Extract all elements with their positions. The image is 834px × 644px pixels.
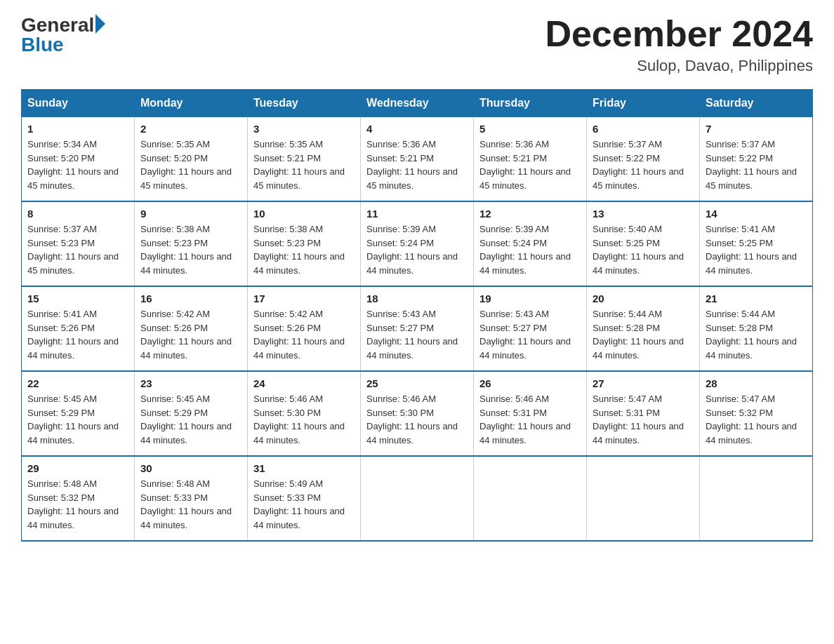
subtitle: Sulop, Davao, Philippines [545,57,813,75]
calendar-table: SundayMondayTuesdayWednesdayThursdayFrid… [21,89,813,542]
day-detail: Sunrise: 5:48 AMSunset: 5:33 PMDaylight:… [140,477,241,532]
calendar-cell: 17 Sunrise: 5:42 AMSunset: 5:26 PMDaylig… [248,286,361,371]
day-detail: Sunrise: 5:38 AMSunset: 5:23 PMDaylight:… [253,222,355,277]
calendar-week-row: 1 Sunrise: 5:34 AMSunset: 5:20 PMDayligh… [22,117,813,202]
calendar-cell: 13 Sunrise: 5:40 AMSunset: 5:25 PMDaylig… [587,201,700,286]
day-detail: Sunrise: 5:49 AMSunset: 5:33 PMDaylight:… [253,477,355,532]
day-number: 16 [140,293,241,304]
day-detail: Sunrise: 5:48 AMSunset: 5:32 PMDaylight:… [27,477,128,532]
day-number: 15 [27,293,128,304]
calendar-cell: 16 Sunrise: 5:42 AMSunset: 5:26 PMDaylig… [135,286,248,371]
day-detail: Sunrise: 5:42 AMSunset: 5:26 PMDaylight:… [140,307,241,362]
day-detail: Sunrise: 5:41 AMSunset: 5:25 PMDaylight:… [706,222,807,277]
day-detail: Sunrise: 5:47 AMSunset: 5:32 PMDaylight:… [706,392,807,447]
day-number: 2 [140,123,241,135]
day-number: 18 [366,293,468,304]
title-block: December 2024 Sulop, Davao, Philippines [545,14,813,75]
day-number: 21 [706,293,807,304]
calendar-cell: 4 Sunrise: 5:36 AMSunset: 5:21 PMDayligh… [361,117,474,202]
page-header: General Blue December 2024 Sulop, Davao,… [21,14,813,75]
calendar-week-row: 8 Sunrise: 5:37 AMSunset: 5:23 PMDayligh… [22,201,813,286]
day-detail: Sunrise: 5:47 AMSunset: 5:31 PMDaylight:… [593,392,694,447]
calendar-cell: 21 Sunrise: 5:44 AMSunset: 5:28 PMDaylig… [700,286,813,371]
day-number: 28 [706,377,807,389]
day-number: 26 [479,377,581,389]
calendar-cell: 8 Sunrise: 5:37 AMSunset: 5:23 PMDayligh… [22,201,135,286]
day-number: 13 [593,208,694,220]
day-detail: Sunrise: 5:42 AMSunset: 5:26 PMDaylight:… [253,307,355,362]
calendar-cell: 3 Sunrise: 5:35 AMSunset: 5:21 PMDayligh… [248,117,361,202]
calendar-cell: 25 Sunrise: 5:46 AMSunset: 5:30 PMDaylig… [361,371,474,456]
day-detail: Sunrise: 5:41 AMSunset: 5:26 PMDaylight:… [27,307,128,362]
day-number: 10 [253,208,355,220]
day-detail: Sunrise: 5:34 AMSunset: 5:20 PMDaylight:… [27,137,128,192]
calendar-cell [700,456,813,541]
calendar-cell: 28 Sunrise: 5:47 AMSunset: 5:32 PMDaylig… [700,371,813,456]
logo-blue-text: Blue [21,34,64,56]
day-number: 29 [27,462,128,474]
calendar-cell [361,456,474,541]
calendar-cell: 9 Sunrise: 5:38 AMSunset: 5:23 PMDayligh… [135,201,248,286]
day-detail: Sunrise: 5:37 AMSunset: 5:23 PMDaylight:… [27,222,128,277]
day-detail: Sunrise: 5:37 AMSunset: 5:22 PMDaylight:… [593,137,694,192]
day-number: 19 [479,293,581,304]
day-detail: Sunrise: 5:40 AMSunset: 5:25 PMDaylight:… [593,222,694,277]
calendar-cell: 15 Sunrise: 5:41 AMSunset: 5:26 PMDaylig… [22,286,135,371]
calendar-cell: 30 Sunrise: 5:48 AMSunset: 5:33 PMDaylig… [135,456,248,541]
calendar-week-row: 22 Sunrise: 5:45 AMSunset: 5:29 PMDaylig… [22,371,813,456]
calendar-cell: 7 Sunrise: 5:37 AMSunset: 5:22 PMDayligh… [700,117,813,202]
calendar-cell: 10 Sunrise: 5:38 AMSunset: 5:23 PMDaylig… [248,201,361,286]
calendar-cell [587,456,700,541]
calendar-week-row: 15 Sunrise: 5:41 AMSunset: 5:26 PMDaylig… [22,286,813,371]
calendar-cell: 1 Sunrise: 5:34 AMSunset: 5:20 PMDayligh… [22,117,135,202]
day-number: 23 [140,377,241,389]
day-detail: Sunrise: 5:36 AMSunset: 5:21 PMDaylight:… [366,137,468,192]
calendar-cell: 26 Sunrise: 5:46 AMSunset: 5:31 PMDaylig… [474,371,587,456]
day-detail: Sunrise: 5:43 AMSunset: 5:27 PMDaylight:… [479,307,581,362]
calendar-cell: 5 Sunrise: 5:36 AMSunset: 5:21 PMDayligh… [474,117,587,202]
calendar-day-header: Friday [587,90,700,117]
day-number: 24 [253,377,355,389]
logo-triangle-icon [95,14,105,34]
calendar-cell: 24 Sunrise: 5:46 AMSunset: 5:30 PMDaylig… [248,371,361,456]
day-number: 25 [366,377,468,389]
day-number: 22 [27,377,128,389]
calendar-cell: 22 Sunrise: 5:45 AMSunset: 5:29 PMDaylig… [22,371,135,456]
calendar-cell: 12 Sunrise: 5:39 AMSunset: 5:24 PMDaylig… [474,201,587,286]
day-number: 20 [593,293,694,304]
day-detail: Sunrise: 5:38 AMSunset: 5:23 PMDaylight:… [140,222,241,277]
day-detail: Sunrise: 5:44 AMSunset: 5:28 PMDaylight:… [593,307,694,362]
day-detail: Sunrise: 5:39 AMSunset: 5:24 PMDaylight:… [366,222,468,277]
day-number: 17 [253,293,355,304]
day-detail: Sunrise: 5:39 AMSunset: 5:24 PMDaylight:… [479,222,581,277]
calendar-day-header: Sunday [22,90,135,117]
calendar-cell: 31 Sunrise: 5:49 AMSunset: 5:33 PMDaylig… [248,456,361,541]
day-detail: Sunrise: 5:35 AMSunset: 5:20 PMDaylight:… [140,137,241,192]
day-number: 27 [593,377,694,389]
calendar-header-row: SundayMondayTuesdayWednesdayThursdayFrid… [22,90,813,117]
day-number: 11 [366,208,468,220]
day-number: 7 [706,123,807,135]
day-number: 14 [706,208,807,220]
day-detail: Sunrise: 5:35 AMSunset: 5:21 PMDaylight:… [253,137,355,192]
day-number: 4 [366,123,468,135]
day-number: 5 [479,123,581,135]
calendar-day-header: Tuesday [248,90,361,117]
day-detail: Sunrise: 5:46 AMSunset: 5:30 PMDaylight:… [366,392,468,447]
day-detail: Sunrise: 5:46 AMSunset: 5:30 PMDaylight:… [253,392,355,447]
calendar-cell: 11 Sunrise: 5:39 AMSunset: 5:24 PMDaylig… [361,201,474,286]
calendar-cell: 27 Sunrise: 5:47 AMSunset: 5:31 PMDaylig… [587,371,700,456]
calendar-week-row: 29 Sunrise: 5:48 AMSunset: 5:32 PMDaylig… [22,456,813,541]
day-number: 12 [479,208,581,220]
day-number: 9 [140,208,241,220]
day-detail: Sunrise: 5:37 AMSunset: 5:22 PMDaylight:… [706,137,807,192]
day-number: 31 [253,462,355,474]
day-number: 3 [253,123,355,135]
calendar-day-header: Saturday [700,90,813,117]
calendar-day-header: Monday [135,90,248,117]
logo: General Blue [21,14,105,56]
calendar-cell: 2 Sunrise: 5:35 AMSunset: 5:20 PMDayligh… [135,117,248,202]
day-number: 8 [27,208,128,220]
calendar-cell: 14 Sunrise: 5:41 AMSunset: 5:25 PMDaylig… [700,201,813,286]
calendar-day-header: Thursday [474,90,587,117]
